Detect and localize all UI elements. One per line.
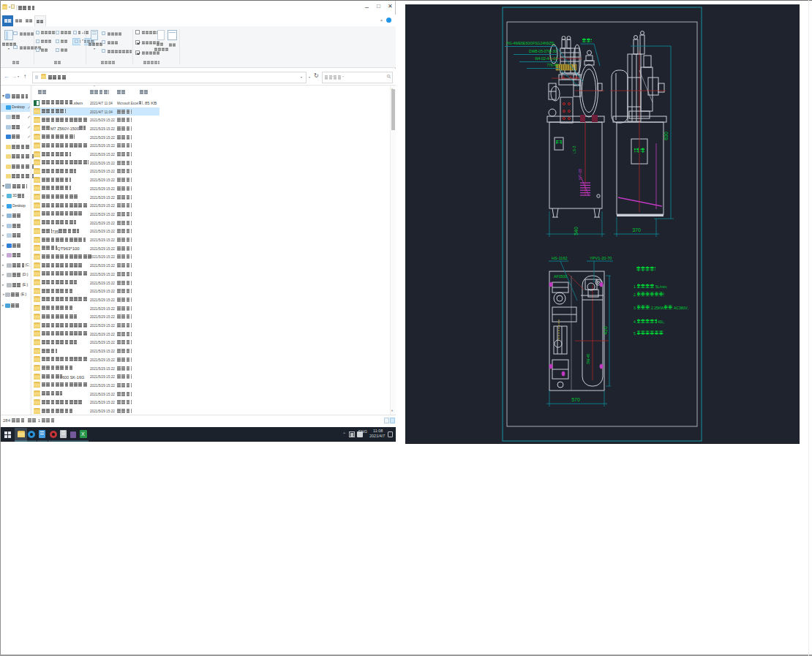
svg-text:540: 540 [574, 227, 579, 235]
svg-text:5.: 5. [634, 331, 636, 336]
svg-text:40L;: 40L; [658, 320, 665, 324]
svg-text:2.25KW: 2.25KW [651, 306, 664, 310]
svg-text:1.: 1. [634, 284, 636, 289]
svg-text:DWB-05-07W-30: DWB-05-07W-30 [529, 49, 557, 53]
svg-text:5L/min;: 5L/min; [655, 284, 667, 289]
svg-text:HG-4WE6E60/0FSG24N9Z5L: HG-4WE6E60/0FSG24N9Z5L [506, 41, 555, 45]
svg-text:370: 370 [632, 227, 641, 233]
svg-text:4.: 4. [634, 320, 636, 324]
svg-text:YPV1-20-70: YPV1-20-70 [590, 256, 612, 260]
svg-text:3.: 3. [634, 306, 636, 310]
svg-text:2.: 2. [634, 293, 636, 297]
svg-text:630: 630 [663, 132, 669, 140]
svg-text:570: 570 [571, 397, 580, 402]
svg-text:410: 410 [603, 326, 608, 335]
svg-text:LS-3: LS-3 [572, 146, 576, 154]
svg-text:AC380V;: AC380V; [674, 306, 688, 310]
svg-text:HS-1162: HS-1162 [552, 256, 568, 260]
svg-text:WF-08: WF-08 [578, 169, 582, 180]
svg-text:3W-40: 3W-40 [586, 353, 590, 364]
svg-text:776-45: 776-45 [546, 63, 558, 67]
svg-text:AF0500: AF0500 [554, 274, 567, 279]
svg-text:W4-02-4-1-01: W4-02-4-1-01 [535, 56, 557, 61]
